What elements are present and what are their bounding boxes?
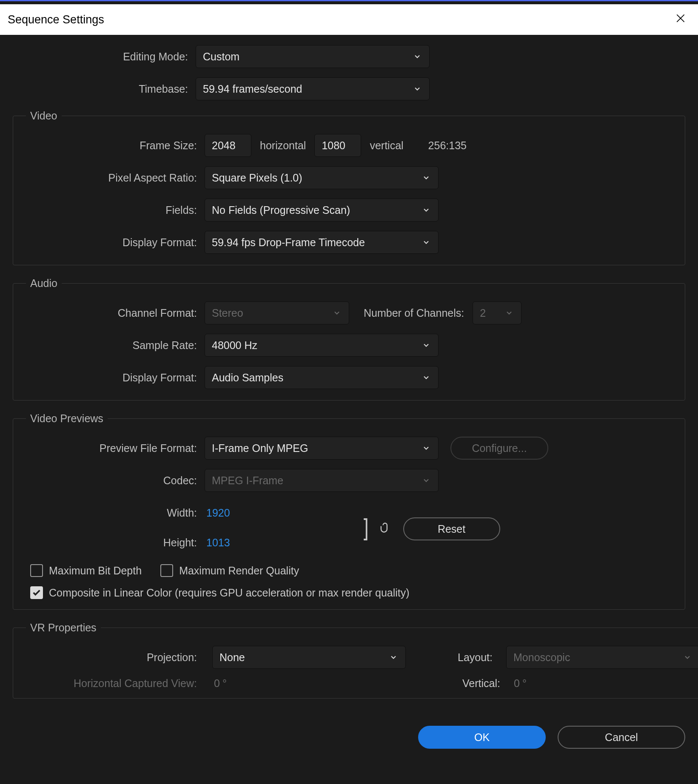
vr-properties-group: VR Properties Projection: None Layout: M… xyxy=(13,622,698,699)
projection-select[interactable]: None xyxy=(212,646,406,669)
h-captured-view-value-wrap: 0° xyxy=(212,677,406,690)
video-group: Video Frame Size: 2048 horizontal 1080 v… xyxy=(13,110,685,265)
link-icon[interactable] xyxy=(379,522,403,536)
frame-ratio-text: 256:135 xyxy=(428,139,467,152)
preview-file-format-select[interactable]: I-Frame Only MPEG xyxy=(205,437,439,460)
sample-rate-select[interactable]: 48000 Hz xyxy=(205,334,439,357)
video-display-format-label: Display Format: xyxy=(22,236,205,249)
max-bit-depth-checkbox[interactable]: Maximum Bit Depth xyxy=(30,564,142,577)
codec-label: Codec: xyxy=(22,474,205,487)
layout-label: Layout: xyxy=(413,651,499,664)
pixel-aspect-label: Pixel Aspect Ratio: xyxy=(22,172,205,184)
frame-height-input[interactable]: 1080 xyxy=(314,134,361,157)
chevron-down-icon xyxy=(421,475,431,486)
app-topbar xyxy=(0,0,698,4)
v-captured-label: Vertical: xyxy=(413,677,506,690)
audio-display-format-value: Audio Samples xyxy=(212,372,283,384)
chevron-down-icon xyxy=(421,340,431,350)
cancel-button[interactable]: Cancel xyxy=(558,726,685,749)
configure-label: Configure... xyxy=(472,442,527,454)
chevron-down-icon xyxy=(412,84,422,94)
ok-button[interactable]: OK xyxy=(418,726,546,749)
projection-value: None xyxy=(219,651,245,664)
preview-height-value[interactable]: 1013 xyxy=(205,537,230,549)
layout-select: Monoscopic xyxy=(506,646,698,669)
chevron-down-icon xyxy=(682,652,692,662)
num-channels-label: Number of Channels: xyxy=(349,307,473,319)
v-captured-view-value-wrap: 0° xyxy=(514,677,527,690)
codec-value: MPEG I-Frame xyxy=(212,474,283,487)
dialog-titlebar: Sequence Settings xyxy=(0,4,698,35)
preview-height-label: Height: xyxy=(22,537,205,549)
degree-symbol: ° xyxy=(222,677,227,689)
num-channels-select: 2 xyxy=(473,301,521,324)
chevron-down-icon xyxy=(412,51,422,62)
sample-rate-value: 48000 Hz xyxy=(212,339,257,352)
fields-label: Fields: xyxy=(22,204,205,216)
num-channels-value: 2 xyxy=(480,307,486,319)
timebase-label: Timebase: xyxy=(13,83,196,95)
chevron-down-icon xyxy=(388,652,399,662)
video-previews-group: Video Previews Preview File Format: I-Fr… xyxy=(13,412,685,610)
frame-width-input[interactable]: 2048 xyxy=(205,134,251,157)
audio-display-format-select[interactable]: Audio Samples xyxy=(205,366,439,389)
chevron-down-icon xyxy=(421,372,431,383)
video-legend: Video xyxy=(26,110,62,122)
channel-format-label: Channel Format: xyxy=(22,307,205,319)
configure-button: Configure... xyxy=(450,437,548,460)
layout-value: Monoscopic xyxy=(513,651,570,664)
frame-size-label: Frame Size: xyxy=(22,139,205,152)
pixel-aspect-select[interactable]: Square Pixels (1.0) xyxy=(205,166,439,189)
composite-linear-label: Composite in Linear Color (requires GPU … xyxy=(49,587,410,599)
editing-mode-select[interactable]: Custom xyxy=(196,45,430,68)
chevron-down-icon xyxy=(421,443,431,453)
max-render-quality-checkbox[interactable]: Maximum Render Quality xyxy=(160,564,299,577)
preview-file-format-value: I-Frame Only MPEG xyxy=(212,442,308,454)
vr-properties-legend: VR Properties xyxy=(26,622,101,634)
timebase-select[interactable]: 59.94 frames/second xyxy=(196,77,430,100)
sample-rate-label: Sample Rate: xyxy=(22,339,205,352)
close-icon[interactable] xyxy=(671,11,690,28)
preview-width-label: Width: xyxy=(22,507,205,519)
checkbox-checked-icon xyxy=(30,586,43,599)
fields-value: No Fields (Progressive Scan) xyxy=(212,204,350,216)
preview-file-format-label: Preview File Format: xyxy=(22,442,205,454)
projection-label: Projection: xyxy=(22,651,205,664)
h-captured-view-value: 0 xyxy=(214,677,222,689)
audio-group: Audio Channel Format: Stereo Number of C… xyxy=(13,277,685,401)
channel-format-select: Stereo xyxy=(205,301,349,324)
h-captured-view-label: Horizontal Captured View: xyxy=(22,677,205,690)
video-previews-legend: Video Previews xyxy=(26,412,108,425)
audio-display-format-label: Display Format: xyxy=(22,372,205,384)
editing-mode-value: Custom xyxy=(203,51,239,63)
checkbox-icon xyxy=(30,564,43,577)
dialog-content: Editing Mode: Custom Timebase: 59.94 fra… xyxy=(0,35,698,715)
chevron-down-icon xyxy=(421,205,431,215)
audio-legend: Audio xyxy=(26,277,62,290)
dialog-footer: OK Cancel xyxy=(0,715,698,757)
chevron-down-icon xyxy=(504,308,514,318)
editing-mode-label: Editing Mode: xyxy=(13,51,196,63)
horizontal-label: horizontal xyxy=(251,139,314,152)
video-display-format-value: 59.94 fps Drop-Frame Timecode xyxy=(212,236,365,249)
ok-label: OK xyxy=(474,731,490,744)
link-bracket-icon: ] xyxy=(361,519,375,539)
checkbox-icon xyxy=(160,564,173,577)
channel-format-value: Stereo xyxy=(212,307,243,319)
video-display-format-select[interactable]: 59.94 fps Drop-Frame Timecode xyxy=(205,231,439,254)
max-render-quality-label: Maximum Render Quality xyxy=(179,565,299,577)
chevron-down-icon xyxy=(421,173,431,183)
max-bit-depth-label: Maximum Bit Depth xyxy=(49,565,142,577)
chevron-down-icon xyxy=(332,308,342,318)
fields-select[interactable]: No Fields (Progressive Scan) xyxy=(205,199,439,222)
chevron-down-icon xyxy=(421,237,431,247)
reset-button[interactable]: Reset xyxy=(403,517,500,540)
codec-select: MPEG I-Frame xyxy=(205,469,439,492)
v-captured-view-value: 0 xyxy=(514,677,522,689)
vertical-label: vertical xyxy=(361,139,412,152)
preview-width-value[interactable]: 1920 xyxy=(205,507,230,519)
timebase-value: 59.94 frames/second xyxy=(203,83,302,95)
composite-linear-checkbox[interactable]: Composite in Linear Color (requires GPU … xyxy=(30,586,410,599)
frame-height-value: 1080 xyxy=(322,139,345,152)
dialog-title: Sequence Settings xyxy=(8,13,104,26)
